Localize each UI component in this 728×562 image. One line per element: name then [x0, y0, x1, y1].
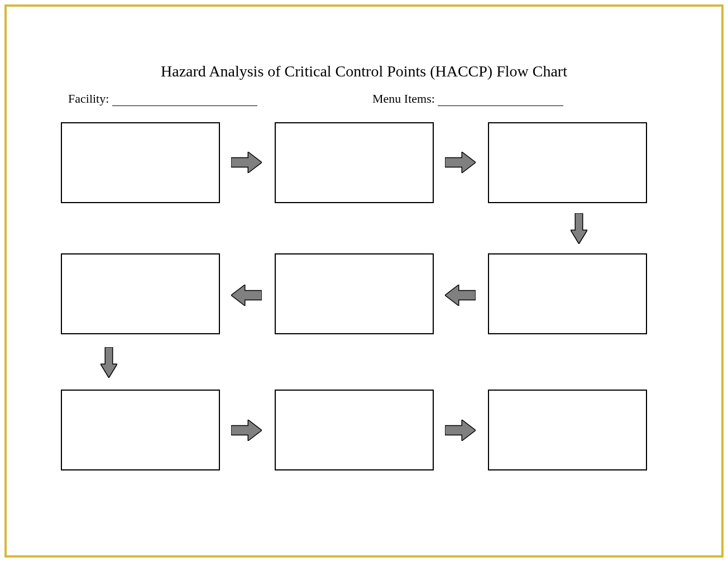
arrow-right-icon	[445, 420, 476, 441]
flow-box-9	[488, 390, 647, 470]
arrow-left-icon	[445, 285, 476, 306]
document-title: Hazard Analysis of Critical Control Poin…	[7, 63, 721, 80]
flow-box-4	[488, 253, 647, 334]
facility-underline	[112, 95, 257, 106]
flow-box-7	[61, 390, 220, 470]
flow-box-1	[61, 122, 220, 203]
arrow-right-icon	[231, 420, 262, 441]
arrow-right-icon	[445, 152, 476, 173]
menu-items-label: Menu Items:	[372, 92, 435, 105]
flow-box-8	[275, 390, 434, 470]
flow-box-3	[488, 122, 647, 203]
arrow-down-icon	[571, 213, 587, 244]
flow-box-2	[275, 122, 434, 203]
arrow-right-icon	[231, 152, 262, 173]
menu-items-field: Menu Items:	[372, 92, 563, 106]
arrow-down-icon	[100, 347, 117, 378]
facility-field: Facility:	[68, 92, 257, 106]
menu-items-underline	[438, 95, 563, 106]
flow-box-5	[275, 253, 434, 334]
arrow-left-icon	[231, 285, 262, 306]
document-frame: Hazard Analysis of Critical Control Poin…	[4, 4, 724, 558]
facility-label: Facility:	[68, 92, 109, 105]
flow-box-6	[61, 253, 220, 334]
